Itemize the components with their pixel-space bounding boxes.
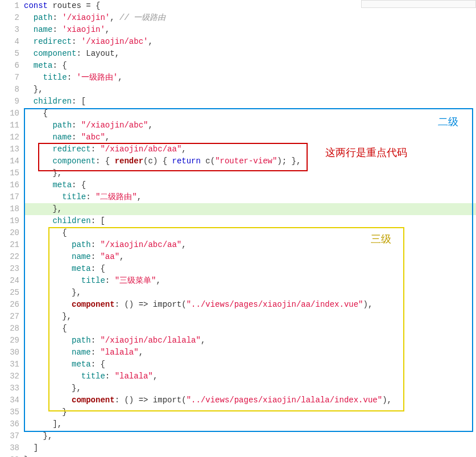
line-number: 6: [0, 60, 19, 72]
code-line: const routes = {: [24, 0, 476, 12]
line-number-gutter: 1234567891011121314151617181920212223242…: [0, 0, 24, 457]
line-number: 29: [0, 335, 19, 347]
line-number: 33: [0, 382, 19, 394]
line-number: 17: [0, 191, 19, 203]
code-line: },: [24, 430, 476, 442]
code-line: title: "三级菜单",: [24, 275, 476, 287]
code-line: {: [24, 227, 476, 239]
line-number: 5: [0, 48, 19, 60]
code-line: },: [24, 311, 476, 323]
line-number: 1: [0, 0, 19, 12]
code-editor: 1234567891011121314151617181920212223242…: [0, 0, 476, 457]
line-number: 31: [0, 359, 19, 370]
line-number: 11: [0, 120, 19, 131]
code-line: title: '一级路由',: [24, 72, 476, 84]
code-line: component: { render(c) { return c("route…: [24, 155, 476, 167]
line-number: 16: [0, 179, 19, 191]
code-line: {: [24, 323, 476, 335]
line-number: 25: [0, 287, 19, 299]
code-line: },: [24, 454, 476, 457]
line-number: 20: [0, 227, 19, 239]
line-number: 21: [0, 239, 19, 251]
code-area: const routes = { path: '/xiaojin', // 一级…: [24, 0, 476, 457]
line-number: 28: [0, 323, 19, 335]
code-line: name: "lalala",: [24, 347, 476, 359]
line-number: 24: [0, 275, 19, 287]
line-number: 9: [0, 96, 19, 108]
code-line: ]: [24, 442, 476, 454]
code-line: meta: {: [24, 263, 476, 275]
code-line: name: "aa",: [24, 251, 476, 263]
code-line: redirect: '/xiaojin/abc',: [24, 36, 476, 48]
code-line: title: "lalala",: [24, 370, 476, 382]
code-line: },: [24, 84, 476, 96]
line-number: 19: [0, 215, 19, 227]
code-line: {: [24, 108, 476, 120]
code-line: },: [24, 382, 476, 394]
code-line: children: [: [24, 96, 476, 108]
line-number: 30: [0, 347, 19, 359]
code-line: title: "二级路由",: [24, 191, 476, 203]
line-number: 35: [0, 406, 19, 418]
code-line: ],: [24, 418, 476, 430]
code-line: component: () => import("../views/pages/…: [24, 299, 476, 311]
level3-label: 三级: [371, 233, 391, 245]
line-number: 34: [0, 394, 19, 406]
code-line: redirect: "/xiaojin/abc/aa",: [24, 143, 476, 155]
keycode-label: 这两行是重点代码: [325, 147, 407, 159]
line-number: 23: [0, 263, 19, 275]
code-line: },: [24, 203, 476, 215]
code-line: component: () => import("../views/pages/…: [24, 394, 476, 406]
code-line: component: Layout,: [24, 48, 476, 60]
code-line: path: "/xiaojin/abc/aa",: [24, 239, 476, 251]
code-line: path: '/xiaojin', // 一级路由: [24, 12, 476, 24]
line-number: 18: [0, 203, 19, 215]
line-number: 14: [0, 155, 19, 167]
code-line: name: "abc",: [24, 131, 476, 143]
level2-label: 二级: [438, 116, 458, 128]
line-number: 13: [0, 143, 19, 155]
code-line: children: [: [24, 215, 476, 227]
code-line: }: [24, 406, 476, 418]
line-number: 27: [0, 311, 19, 323]
line-number: 22: [0, 251, 19, 263]
code-line: name: 'xiaojin',: [24, 24, 476, 36]
line-number: 39: [0, 454, 19, 457]
line-number: 37: [0, 430, 19, 442]
line-number: 10: [0, 108, 19, 120]
code-line: meta: {: [24, 179, 476, 191]
line-number: 8: [0, 84, 19, 96]
code-line: },: [24, 167, 476, 179]
code-line: path: "/xiaojin/abc",: [24, 120, 476, 131]
line-number: 36: [0, 418, 19, 430]
line-number: 12: [0, 131, 19, 143]
line-number: 38: [0, 442, 19, 454]
line-number: 3: [0, 24, 19, 36]
line-number: 26: [0, 299, 19, 311]
code-line: meta: {: [24, 60, 476, 72]
line-number: 7: [0, 72, 19, 84]
line-number: 15: [0, 167, 19, 179]
code-line: },: [24, 287, 476, 299]
code-line: meta: {: [24, 359, 476, 370]
line-number: 4: [0, 36, 19, 48]
line-number: 32: [0, 370, 19, 382]
code-line: path: "/xiaojin/abc/lalala",: [24, 335, 476, 347]
line-number: 2: [0, 12, 19, 24]
